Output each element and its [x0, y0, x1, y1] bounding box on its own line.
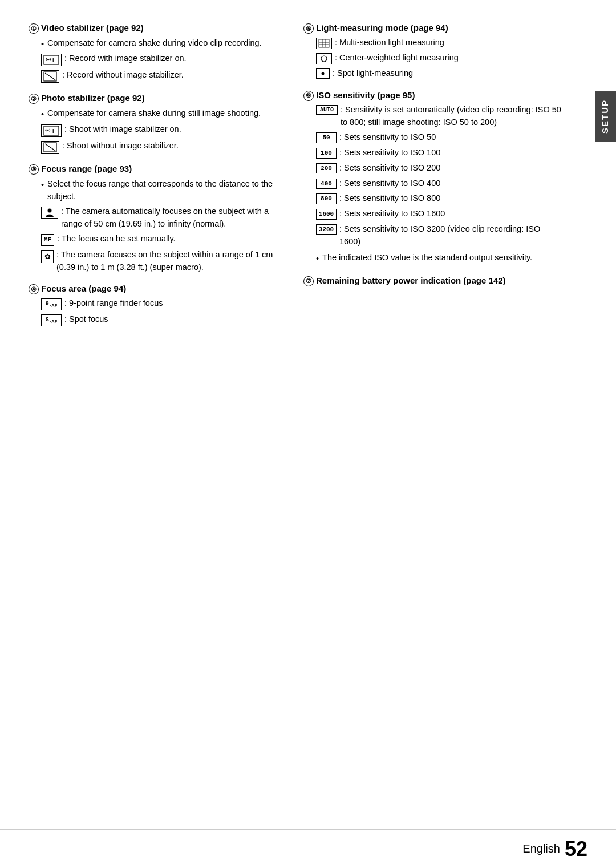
iso-50-item: 50 : Sets sensitivity to ISO 50	[316, 131, 561, 144]
section-photo-stabilizer: ② Photo stabilizer (page 92) • Compensat…	[29, 93, 286, 153]
bullet-dot-3: •	[41, 179, 44, 191]
spot-measure-icon	[318, 70, 327, 78]
photo-stab-off-item: : Shoot without image stabilizer.	[41, 140, 286, 154]
iso-100-item: 100 : Sets sensitivity to ISO 100	[316, 147, 561, 159]
iso-400-icon: 400	[316, 179, 337, 189]
iso-100-icon: 100	[316, 148, 337, 159]
photo-stab-bullet: • Compensate for camera shake during sti…	[41, 107, 286, 120]
svg-line-4	[45, 73, 55, 80]
section-focus-area: ④ Focus area (page 94) 9·AF : 9-point ra…	[29, 284, 286, 326]
section-photo-stabilizer-body: • Compensate for camera shake during sti…	[29, 107, 286, 153]
circle-num-5: ⑤	[303, 23, 314, 34]
mf-icon: MF	[41, 234, 54, 246]
section-focus-range: ③ Focus range (page 93) • Select the foc…	[29, 164, 286, 273]
section-video-stabilizer-body: • Compensate for camera shake during vid…	[29, 37, 286, 83]
iso-50-icon: 50	[316, 132, 337, 143]
footer-language: English	[522, 842, 560, 855]
svg-text:i: i	[52, 128, 54, 134]
auto-iso-icon: AUTO	[316, 105, 338, 115]
circle-num-7: ⑦	[303, 276, 314, 286]
circle-num-1: ①	[29, 23, 39, 34]
bullet-dot-iso: •	[316, 252, 319, 265]
iso-800-icon: 800	[316, 193, 337, 204]
section-photo-stabilizer-title: ② Photo stabilizer (page 92)	[29, 93, 286, 104]
iso-400-item: 400 : Sets sensitivity to ISO 400	[316, 177, 561, 190]
svg-point-10	[48, 208, 52, 212]
video-stab-on-item: ⁽ʷ⁾ i : Record with image stabilizer on.	[41, 53, 286, 66]
svg-point-16	[321, 56, 327, 62]
photo-stab-off-icon	[43, 142, 57, 152]
circle-num-3: ③	[29, 164, 39, 175]
circle-num-4: ④	[29, 284, 39, 294]
page-container: SETUP ① Video stabilizer (page 92) • Com…	[0, 0, 616, 868]
left-column: ① Video stabilizer (page 92) • Compensat…	[29, 23, 286, 337]
stabilizer-on-icon: ⁽ʷ⁾ i	[43, 55, 59, 65]
focus-range-bullet: • Select the focus range that correspond…	[41, 177, 286, 203]
photo-stab-on-item: ⁽ʷ⁾ i : Shoot with image stabilizer on.	[41, 123, 286, 137]
multi-measure-item: : Multi-section light measuring	[316, 37, 561, 49]
stabilizer-off-icon	[43, 71, 57, 82]
multi-measure-icon	[318, 39, 330, 48]
iso-note-bullet: • The indicated ISO value is the standar…	[316, 251, 561, 265]
circle-num-6: ⑥	[303, 91, 314, 101]
section-focus-range-body: • Select the focus range that correspond…	[29, 177, 286, 273]
svg-text:⁽ʷ⁾: ⁽ʷ⁾	[45, 128, 51, 134]
video-stab-bullet: • Compensate for camera shake during vid…	[41, 37, 286, 50]
iso-3200-icon: 3200	[316, 224, 337, 235]
macro-item: ✿ : The camera focuses on the subject wi…	[41, 249, 286, 274]
bullet-dot: •	[41, 38, 44, 50]
iso-200-icon: 200	[316, 163, 337, 174]
section-focus-area-title: ④ Focus area (page 94)	[29, 284, 286, 294]
section-video-stabilizer: ① Video stabilizer (page 92) • Compensat…	[29, 23, 286, 83]
svg-line-9	[45, 144, 55, 151]
spot-measure-item: : Spot light-measuring	[316, 67, 561, 80]
setup-tab: SETUP	[595, 91, 616, 142]
auto-focus-icon	[44, 208, 55, 217]
iso-800-item: 800 : Sets sensitivity to ISO 800	[316, 192, 561, 205]
content-area: ① Video stabilizer (page 92) • Compensat…	[29, 23, 587, 337]
circle-num-2: ②	[29, 94, 39, 104]
section-iso-title: ⑥ ISO sensitivity (page 95)	[303, 90, 561, 101]
section-focus-range-title: ③ Focus range (page 93)	[29, 164, 286, 175]
iso-1600-item: 1600 : Sets sensitivity to ISO 1600	[316, 208, 561, 220]
nine-af-item: 9·AF : 9-point range finder focus	[41, 297, 286, 310]
iso-1600-icon: 1600	[316, 209, 337, 220]
center-measure-icon	[318, 54, 330, 63]
video-stab-off-item: : Record without image stabilizer.	[41, 69, 286, 83]
mf-item: MF : The focus can be set manually.	[41, 233, 286, 246]
section-focus-area-body: 9·AF : 9-point range finder focus S·AF :…	[29, 297, 286, 326]
auto-iso-item: AUTO : Sensitivity is set automatically …	[316, 104, 561, 129]
section-video-stabilizer-title: ① Video stabilizer (page 92)	[29, 23, 286, 34]
footer-bar: English 52	[0, 829, 616, 868]
section-light-measuring-title: ⑤ Light-measuring mode (page 94)	[303, 23, 561, 34]
spot-af-item: S·AF : Spot focus	[41, 313, 286, 326]
focus-auto-item: : The camera automatically focuses on th…	[41, 205, 286, 231]
iso-3200-item: 3200 : Sets sensitivity to ISO 3200 (vid…	[316, 223, 561, 248]
section-light-measuring-body: : Multi-section light measuring : Center…	[303, 37, 561, 80]
photo-stab-on-icon: ⁽ʷ⁾ i	[43, 126, 59, 136]
svg-text:i: i	[52, 58, 54, 63]
section-battery: ⑦ Remaining battery power indication (pa…	[303, 276, 561, 286]
right-column: ⑤ Light-measuring mode (page 94)	[303, 23, 561, 337]
bullet-dot-2: •	[41, 108, 44, 120]
footer-page-number: 52	[565, 837, 587, 861]
svg-text:⁽ʷ⁾: ⁽ʷ⁾	[46, 58, 51, 63]
center-measure-item: : Center-weighted light measuring	[316, 52, 561, 64]
section-light-measuring: ⑤ Light-measuring mode (page 94)	[303, 23, 561, 80]
svg-rect-11	[319, 39, 329, 47]
iso-200-item: 200 : Sets sensitivity to ISO 200	[316, 162, 561, 175]
section-battery-title: ⑦ Remaining battery power indication (pa…	[303, 276, 561, 286]
svg-point-17	[322, 72, 325, 75]
section-iso: ⑥ ISO sensitivity (page 95) AUTO : Sensi…	[303, 90, 561, 265]
section-iso-body: AUTO : Sensitivity is set automatically …	[303, 104, 561, 265]
